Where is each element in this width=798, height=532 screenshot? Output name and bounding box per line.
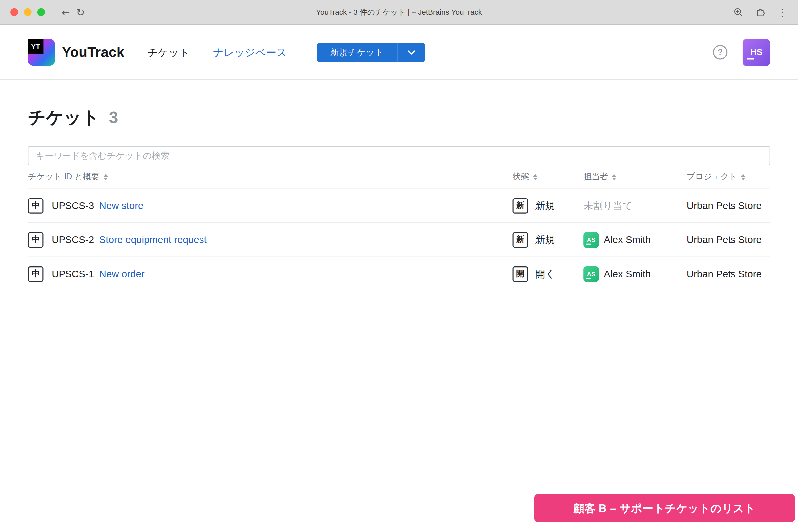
nav-knowledge-base[interactable]: ナレッジベース (213, 45, 287, 59)
browser-menu-icon[interactable]: ⋮ (774, 5, 791, 19)
column-label: プロジェクト (687, 171, 738, 182)
column-project[interactable]: プロジェクト (687, 171, 745, 182)
state-icon: 開 (513, 266, 528, 282)
sort-icon (104, 174, 108, 180)
youtrack-logo[interactable]: YT (28, 39, 55, 65)
traffic-lights (10, 8, 45, 16)
zoom-window-button[interactable] (37, 8, 45, 16)
main-nav: チケット ナレッジベース (147, 45, 287, 59)
customer-list-badge[interactable]: 顧客 B – サポートチケットのリスト (534, 494, 795, 522)
project-name: Urban Pets Store (687, 200, 762, 211)
avatar-initials: AS (587, 270, 595, 278)
reload-icon[interactable]: ↻ (73, 5, 88, 19)
table-header: チケット ID と概要 状態 担当者 プロジェクト (28, 165, 770, 189)
table-row: 中 UPSCS-3 New store 新 新規 未割り当て Urban Pet… (28, 189, 770, 223)
sort-icon (741, 174, 745, 180)
state-icon: 新 (513, 198, 528, 213)
user-avatar[interactable]: HS (743, 39, 770, 66)
avatar-initials: AS (587, 236, 595, 243)
column-id-summary[interactable]: チケット ID と概要 (28, 171, 108, 182)
project-name: Urban Pets Store (687, 234, 762, 245)
priority-icon: 中 (28, 232, 43, 248)
column-label: 状態 (513, 171, 529, 182)
page-title: チケット (28, 106, 100, 129)
priority-icon: 中 (28, 198, 43, 213)
table-row: 中 UPSCS-1 New order 開 開く AS Alex Smith (28, 257, 770, 291)
ticket-summary-link[interactable]: New store (99, 200, 144, 211)
chevron-down-icon[interactable] (397, 42, 425, 61)
ticket-id: UPSCS-1 (52, 268, 94, 279)
ticket-summary-link[interactable]: New order (99, 268, 145, 279)
sort-icon (533, 174, 537, 180)
main-content: チケット 3 チケット ID と概要 状態 担当者 (0, 106, 798, 291)
ticket-summary-link[interactable]: Store equipment request (99, 234, 207, 245)
column-assignee[interactable]: 担当者 (583, 171, 616, 182)
nav-tickets[interactable]: チケット (147, 45, 190, 59)
state-label: 新規 (535, 199, 555, 212)
avatar-underscore (586, 243, 590, 244)
app-header: YT YouTrack チケット ナレッジベース 新規チケット ? HS (0, 25, 798, 80)
table-row: 中 UPSCS-2 Store equipment request 新 新規 A… (28, 223, 770, 257)
help-icon[interactable]: ? (713, 45, 727, 59)
brand-name: YouTrack (62, 44, 125, 60)
avatar-underscore (747, 58, 754, 59)
column-state[interactable]: 状態 (513, 171, 538, 182)
browser-chrome: ← ↻ YouTrack - 3 件のチケット | – JetBrains Yo… (0, 0, 798, 25)
browser-tab-title: YouTrack - 3 件のチケット | – JetBrains YouTra… (316, 7, 482, 17)
state-label: 開く (535, 267, 555, 280)
close-window-button[interactable] (10, 8, 18, 16)
ticket-id: UPSCS-2 (52, 234, 94, 245)
zoom-search-icon[interactable] (730, 5, 747, 19)
new-ticket-split-button: 新規チケット (317, 42, 425, 61)
assignee-name: Alex Smith (604, 268, 651, 279)
browser-window: ← ↻ YouTrack - 3 件のチケット | – JetBrains Yo… (0, 0, 798, 532)
ticket-count: 3 (109, 108, 118, 127)
column-label: チケット ID と概要 (28, 171, 99, 182)
ticket-id: UPSCS-3 (52, 200, 94, 211)
state-label: 新規 (535, 233, 555, 246)
column-label: 担当者 (583, 171, 608, 182)
sort-icon (612, 174, 616, 180)
minimize-window-button[interactable] (24, 8, 31, 16)
project-name: Urban Pets Store (687, 268, 762, 279)
search-input[interactable] (28, 146, 770, 165)
back-icon[interactable]: ← (58, 5, 73, 19)
new-ticket-button[interactable]: 新規チケット (317, 42, 397, 61)
avatar-underscore (586, 277, 590, 278)
assignee-name: Alex Smith (604, 234, 651, 245)
assignee-unassigned: 未割り当て (583, 199, 633, 212)
priority-icon: 中 (28, 266, 43, 282)
assignee-avatar: AS (583, 266, 599, 282)
assignee-avatar: AS (583, 232, 599, 248)
extensions-icon[interactable] (752, 5, 769, 20)
logo-badge: YT (28, 39, 43, 54)
avatar-initials: HS (750, 47, 763, 57)
state-icon: 新 (513, 232, 528, 248)
